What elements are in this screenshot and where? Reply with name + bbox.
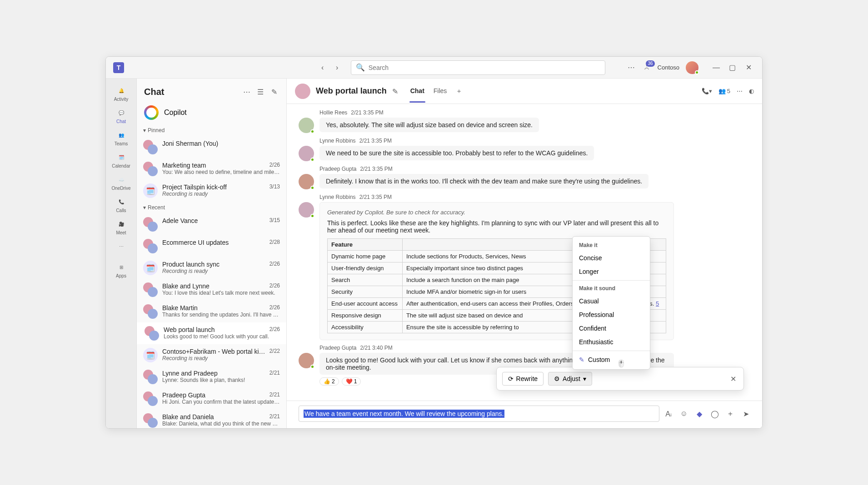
- participants-icon[interactable]: 👥5: [718, 88, 730, 94]
- option-longer[interactable]: Longer: [573, 265, 650, 278]
- option-concise[interactable]: Concise: [573, 251, 650, 265]
- chat-list-item[interactable]: Blake Martin2/26Thanks for sending the u…: [137, 301, 286, 322]
- chat-list-item[interactable]: Joni Sherman (You): [137, 136, 286, 158]
- section-recent[interactable]: ▾Recent: [137, 202, 286, 213]
- chat-list-item[interactable]: Lynne and Pradeep2/21Lynne: Sounds like …: [137, 366, 286, 388]
- header-more-icon[interactable]: ⋯: [737, 88, 743, 94]
- rewrite-button[interactable]: ⟳Rewrite: [502, 372, 544, 386]
- nav-back-icon[interactable]: ‹: [316, 61, 329, 74]
- chat-list-item[interactable]: Marketing team2/26You: We also need to d…: [137, 158, 286, 180]
- avatar: [145, 326, 159, 341]
- chat-list-item[interactable]: Ecommerce UI updates2/28: [137, 235, 286, 257]
- close-icon[interactable]: ✕: [728, 375, 738, 383]
- copilot-rewrite-bar: ⟳Rewrite ⚙Adjust▾ ✕: [496, 367, 744, 391]
- rail-meet[interactable]: 🎥Meet: [108, 216, 135, 237]
- reaction[interactable]: ❤️1: [342, 377, 361, 386]
- reference-link[interactable]: 5: [656, 300, 659, 307]
- emoji-icon[interactable]: ☺: [679, 409, 688, 418]
- search-field[interactable]: [369, 64, 600, 71]
- avatar: [143, 304, 158, 319]
- avatar: [299, 353, 314, 368]
- chat-list-item[interactable]: Pradeep Gupta2/21Hi Joni. Can you confir…: [137, 388, 286, 410]
- edit-title-icon[interactable]: ✎: [392, 87, 400, 95]
- option-confident[interactable]: Confident: [573, 322, 650, 335]
- apps-icon: ⊞: [116, 262, 127, 272]
- chat-list-item[interactable]: 🗓️Product launch sync2/26Recording is re…: [137, 257, 286, 279]
- notifications-icon[interactable]: 36: [642, 63, 651, 72]
- compose-text[interactable]: We have a team event next month. We will…: [304, 410, 504, 418]
- copilot-pane-icon[interactable]: ◐: [749, 88, 754, 94]
- compose-input[interactable]: We have a team event next month. We will…: [299, 406, 659, 422]
- chat-item-title: Ecommerce UI updates: [162, 239, 229, 246]
- loop-icon[interactable]: ◯: [710, 409, 719, 418]
- chat-list-item[interactable]: Blake and Daniela2/21Blake: Daniela, wha…: [137, 410, 286, 428]
- chat-list-item[interactable]: Web portal launch2/26Looks good to me! G…: [137, 322, 286, 344]
- reaction[interactable]: 👍2: [319, 377, 339, 386]
- window-minimize-icon[interactable]: —: [708, 61, 724, 74]
- cloud-icon: ☁️: [116, 174, 127, 185]
- svg-text:T: T: [117, 64, 121, 71]
- chatlist-more-icon[interactable]: ⋯: [242, 87, 252, 97]
- filter-icon[interactable]: ☰: [255, 87, 265, 97]
- chat-item-date: 3/15: [269, 217, 280, 224]
- avatar: [143, 391, 158, 406]
- rail-teams[interactable]: 👥Teams: [108, 127, 135, 148]
- call-icon[interactable]: 📞▾: [702, 88, 712, 94]
- rail-more[interactable]: ⋯: [108, 238, 135, 253]
- add-icon[interactable]: ＋: [726, 409, 735, 418]
- cell-feature: User-friendly design: [328, 262, 403, 274]
- timestamp: 2/21 3:35 PM: [360, 166, 392, 172]
- chat-icon: 💬: [116, 107, 127, 118]
- chat-item-preview: Recording is ready: [162, 268, 280, 274]
- rail-calls[interactable]: 📞Calls: [108, 193, 135, 215]
- rail-onedrive[interactable]: ☁️OneDrive: [108, 171, 135, 193]
- chat-item-title: Blake and Daniela: [162, 413, 214, 421]
- chat-item-preview: You: I love this idea! Let's talk more n…: [162, 290, 280, 296]
- tab-chat[interactable]: Chat: [409, 80, 425, 103]
- chat-item-title: Contoso+Fabrikam - Web portal ki…: [162, 348, 265, 355]
- chat-item-date: 2/26: [269, 162, 280, 169]
- tab-files[interactable]: Files: [433, 80, 448, 103]
- send-icon[interactable]: ➤: [741, 409, 750, 418]
- account-avatar[interactable]: [686, 61, 698, 74]
- window-close-icon[interactable]: ✕: [741, 61, 757, 74]
- section-pinned[interactable]: ▾Pinned: [137, 124, 286, 136]
- chat-list-item[interactable]: 🗓️Contoso+Fabrikam - Web portal ki…2/22R…: [137, 344, 286, 366]
- chat-item-title: Product launch sync: [162, 261, 219, 268]
- option-custom[interactable]: ✎Custom: [573, 353, 650, 366]
- adjust-button[interactable]: ⚙Adjust▾: [548, 372, 592, 386]
- chat-item-preview: You: We also need to define, timeline an…: [162, 169, 280, 175]
- nav-forward-icon[interactable]: ›: [331, 61, 344, 74]
- message-bubble: We need to be sure the site is accessibl…: [319, 146, 594, 160]
- chat-list-item[interactable]: Blake and Lynne2/26You: I love this idea…: [137, 279, 286, 301]
- chat-list-item[interactable]: Adele Vance3/15: [137, 213, 286, 235]
- phone-icon: 📞: [116, 196, 127, 207]
- timestamp: 2/21 3:40 PM: [360, 345, 392, 351]
- author: Lynne Robbins: [319, 138, 356, 144]
- window-maximize-icon[interactable]: ▢: [725, 61, 740, 74]
- rail-calendar[interactable]: 🗓️Calendar: [108, 149, 135, 170]
- rail-activity[interactable]: 🔔Activity: [108, 82, 135, 104]
- message: Lynne Robbins2/21 3:35 PM We need to be …: [299, 138, 750, 161]
- tab-add[interactable]: ＋: [455, 80, 463, 103]
- menu-header: Make it sound: [573, 282, 650, 294]
- cell-feature: Accessibility: [328, 322, 403, 333]
- copilot-entry[interactable]: Copilot: [137, 101, 286, 124]
- option-enthusiastic[interactable]: Enthusiastic: [573, 335, 650, 349]
- copilot-compose-icon[interactable]: ◆: [695, 409, 704, 418]
- menu-header: Make it: [573, 239, 650, 251]
- avatar: [299, 202, 314, 218]
- chat-item-title: Joni Sherman (You): [162, 140, 218, 147]
- search-input[interactable]: 🔍: [351, 60, 605, 75]
- rail-chat[interactable]: 💬Chat: [108, 104, 135, 126]
- new-chat-icon[interactable]: ✎: [269, 87, 279, 97]
- avatar: 🗓️: [143, 261, 158, 275]
- format-icon[interactable]: Aᵢ: [664, 409, 673, 418]
- more-icon[interactable]: ⋯: [627, 63, 636, 72]
- chat-list-item[interactable]: 🗓️Project Tailspin kick-off3/13Recording…: [137, 180, 286, 202]
- option-professional[interactable]: Professional: [573, 308, 650, 322]
- cell-feature: Dynamic home page: [328, 251, 403, 262]
- rail-apps[interactable]: ⊞Apps: [108, 259, 135, 280]
- copilot-label: Copilot: [164, 109, 187, 117]
- option-casual[interactable]: Casual: [573, 294, 650, 308]
